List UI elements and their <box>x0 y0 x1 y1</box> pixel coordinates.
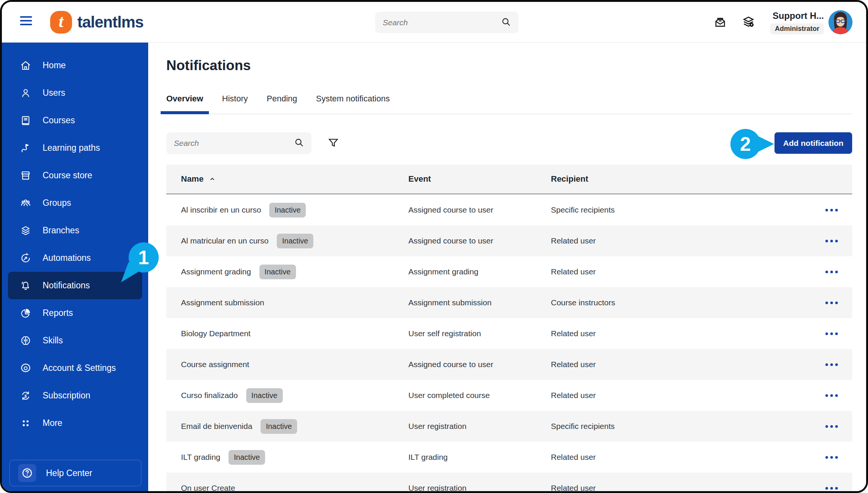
sidebar-item-branches[interactable]: Branches <box>8 217 142 244</box>
row-actions-menu-icon[interactable] <box>811 360 852 370</box>
users-icon <box>20 87 31 99</box>
row-recipient: Related user <box>551 391 811 400</box>
row-event: User registration <box>408 484 551 493</box>
status-badge: Inactive <box>277 234 313 248</box>
help-icon <box>18 464 36 482</box>
sidebar-item-more[interactable]: More <box>8 409 142 437</box>
row-actions-menu-icon[interactable] <box>811 236 852 246</box>
status-badge: Inactive <box>259 265 296 279</box>
notifications-table: Name Event Recipient Al inscribir en un … <box>166 165 852 493</box>
row-actions-menu-icon[interactable] <box>811 205 852 215</box>
table-row: Assignment submission Assignment submiss… <box>166 287 852 318</box>
account-settings-icon <box>20 363 31 374</box>
row-event: Assigned course to user <box>408 236 551 245</box>
row-name: Email de bienvenida <box>181 422 252 431</box>
status-badge: Inactive <box>229 450 265 465</box>
row-actions-menu-icon[interactable] <box>811 483 852 493</box>
course-store-icon <box>20 170 31 181</box>
row-event: Assignment submission <box>408 298 551 307</box>
tab-history[interactable]: History <box>216 89 253 114</box>
sidebar-item-subscription[interactable]: $ Subscription <box>8 382 142 409</box>
sidebar-item-users[interactable]: Users <box>8 79 142 107</box>
row-name: ILT grading <box>181 453 220 462</box>
row-event: User registration <box>408 422 551 431</box>
app-window: t talentlms Suppo <box>0 0 868 493</box>
inbox-mail-icon[interactable] <box>714 16 727 29</box>
automations-icon <box>20 253 31 264</box>
sidebar-item-reports[interactable]: Reports <box>8 299 142 327</box>
notifications-search <box>166 132 311 154</box>
brand-logo[interactable]: t talentlms <box>50 11 143 34</box>
table-row: Course assignment Assigned course to use… <box>166 349 852 380</box>
more-icon <box>20 418 31 429</box>
row-recipient: Specific recipients <box>551 422 811 431</box>
row-recipient: Specific recipients <box>551 205 811 214</box>
row-recipient: Related user <box>551 329 811 338</box>
sidebar-item-notifications[interactable]: Notifications <box>8 272 142 299</box>
menu-icon[interactable] <box>20 16 32 28</box>
status-badge: Inactive <box>246 388 283 403</box>
row-recipient: Related user <box>551 484 811 493</box>
row-name: Assignment grading <box>181 267 251 276</box>
tab-overview[interactable]: Overview <box>161 89 209 114</box>
add-notification-button[interactable]: Add notification <box>774 132 852 154</box>
branches-icon <box>20 225 31 236</box>
main-content: Notifications OverviewHistoryPendingSyst… <box>148 43 868 493</box>
sidebar-item-learning-paths[interactable]: Learning paths <box>8 134 142 162</box>
tab-system-notifications[interactable]: System notifications <box>310 89 396 114</box>
row-actions-menu-icon[interactable] <box>811 267 852 277</box>
table-row: Al matricular en un curso Inactive Assig… <box>166 225 852 256</box>
row-actions-menu-icon[interactable] <box>811 329 852 339</box>
sidebar-item-groups[interactable]: Groups <box>8 189 142 217</box>
sidebar-item-skills[interactable]: Skills <box>8 327 142 354</box>
filter-icon[interactable] <box>327 137 339 150</box>
row-name: Curso finalizado <box>181 391 238 400</box>
sidebar-item-course-store[interactable]: Course store <box>8 162 142 189</box>
page-title: Notifications <box>166 58 251 73</box>
row-actions-menu-icon[interactable] <box>811 421 852 432</box>
global-search-input[interactable] <box>375 18 501 27</box>
row-event: User self registration <box>408 329 551 338</box>
topbar-right: Support H... Administrator <box>714 2 866 43</box>
row-name: Biology Department <box>181 329 250 338</box>
brand-name: talentlms <box>77 13 143 31</box>
course-stack-icon[interactable] <box>742 15 755 29</box>
table-body: Al inscribir en un curso Inactive Assign… <box>166 194 852 493</box>
sidebar-item-home[interactable]: Home <box>8 52 142 79</box>
help-center-label: Help Center <box>46 468 92 478</box>
courses-icon <box>20 115 31 126</box>
row-recipient: Course instructors <box>551 298 811 307</box>
column-header-name[interactable]: Name <box>181 174 408 184</box>
column-header-event: Event <box>408 174 551 184</box>
row-recipient: Related user <box>551 453 811 462</box>
user-name: Support H... <box>773 11 824 21</box>
sidebar-item-account-settings[interactable]: Account & Settings <box>8 354 142 382</box>
help-center-button[interactable]: Help Center <box>9 460 141 486</box>
row-name: Assignment submission <box>181 298 264 307</box>
avatar[interactable] <box>828 10 853 34</box>
table-row: Biology Department User self registratio… <box>166 318 852 349</box>
table-row: ILT grading Inactive ILT grading Related… <box>166 442 852 473</box>
table-controls: Add notification <box>166 132 852 154</box>
tab-pending[interactable]: Pending <box>261 89 303 114</box>
row-actions-menu-icon[interactable] <box>811 452 852 462</box>
groups-icon <box>20 198 31 209</box>
table-row: On user Create User registration Related… <box>166 473 852 493</box>
row-actions-menu-icon[interactable] <box>811 298 852 308</box>
row-name: On user Create <box>181 484 235 493</box>
subscription-icon: $ <box>20 390 31 401</box>
table-row: Curso finalizado Inactive User completed… <box>166 380 852 411</box>
brand-mark-icon: t <box>50 11 72 34</box>
sidebar-item-courses[interactable]: Courses <box>8 107 142 134</box>
svg-text:$: $ <box>25 393 27 398</box>
user-menu[interactable]: Support H... Administrator <box>770 11 824 34</box>
row-actions-menu-icon[interactable] <box>811 390 852 401</box>
table-row: Assignment grading Inactive Assignment g… <box>166 256 852 287</box>
row-name: Course assignment <box>181 360 249 369</box>
sidebar-nav: Home Users Courses Learning paths Course… <box>2 52 148 437</box>
tab-bar: OverviewHistoryPendingSystem notificatio… <box>161 89 852 114</box>
row-event: Assigned course to user <box>408 360 551 369</box>
sidebar-item-automations[interactable]: Automations <box>8 244 142 272</box>
notifications-search-input[interactable] <box>166 139 294 148</box>
row-name: Al inscribir en un curso <box>181 205 261 214</box>
